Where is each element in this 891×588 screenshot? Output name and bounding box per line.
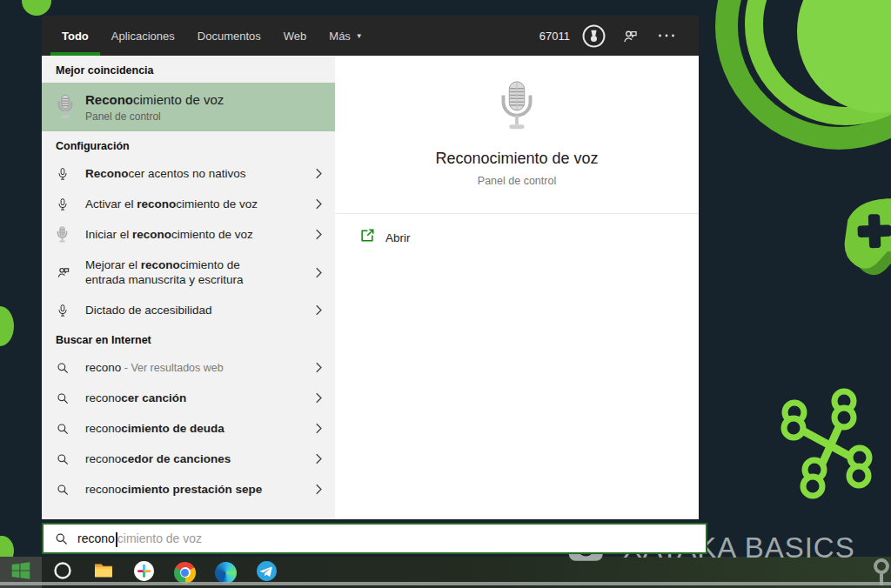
tab-label: Documentos bbox=[198, 30, 261, 43]
search-icon bbox=[56, 483, 85, 497]
open-external-icon bbox=[359, 228, 375, 247]
cortana-icon bbox=[52, 560, 73, 585]
chevron-right-icon bbox=[314, 266, 326, 279]
chevron-right-icon bbox=[314, 391, 326, 404]
chevron-right-icon bbox=[314, 167, 326, 180]
watermark-circuit-node bbox=[872, 558, 891, 588]
gamepad-illustration bbox=[816, 172, 891, 306]
microphone-studio-icon bbox=[496, 80, 538, 137]
microphone-studio-icon bbox=[56, 226, 85, 244]
search-typed-text: recono bbox=[77, 531, 115, 545]
chevron-right-icon bbox=[314, 422, 326, 435]
chevron-down-icon: ▼ bbox=[356, 32, 363, 40]
edge-icon bbox=[215, 562, 237, 584]
rewards-points: 67011 bbox=[539, 30, 570, 43]
search-icon bbox=[54, 531, 69, 546]
search-icon bbox=[56, 452, 85, 466]
result-item[interactable]: Dictado de accesibilidad bbox=[42, 295, 335, 325]
microphone-studio-icon bbox=[56, 94, 85, 120]
search-results: Mejor coincidenciaReconocimiento de vozP… bbox=[42, 56, 699, 519]
chrome-icon bbox=[174, 562, 196, 584]
tab-label: Más bbox=[329, 30, 351, 43]
result-item[interactable]: reconocer canción bbox=[42, 383, 335, 413]
result-item[interactable]: reconocimiento de deuda bbox=[42, 413, 335, 444]
microphone-outline-icon bbox=[56, 302, 85, 319]
result-label: Dictado de accesibilidad bbox=[85, 303, 314, 317]
result-item[interactable]: reconocedor de canciones bbox=[42, 444, 335, 474]
section-title: Configuración bbox=[42, 131, 335, 158]
microphone-outline-icon bbox=[56, 165, 85, 183]
header-tabs: TodoAplicacionesDocumentosWebMás▼ bbox=[50, 16, 374, 56]
feedback-icon[interactable] bbox=[612, 16, 648, 56]
result-label: Mejorar el reconocimiento de entrada man… bbox=[85, 257, 266, 287]
header-actions: 67011 bbox=[539, 16, 699, 56]
chevron-right-icon bbox=[314, 452, 326, 465]
tab-todo[interactable]: Todo bbox=[50, 16, 100, 56]
circuit-nodes-illustration bbox=[766, 381, 879, 524]
microphone-outline-icon bbox=[56, 196, 85, 213]
result-label: reconocedor de canciones bbox=[85, 451, 314, 466]
tab-label: Web bbox=[284, 30, 307, 43]
result-label: reconocer canción bbox=[85, 391, 314, 405]
result-label: Activar el reconocimiento de voz bbox=[85, 197, 314, 211]
result-label: reconocimiento de deuda bbox=[85, 421, 314, 436]
open-action[interactable]: Abrir bbox=[335, 214, 699, 247]
search-window: TodoAplicacionesDocumentosWebMás▼ 67011 bbox=[42, 16, 699, 519]
result-item[interactable]: Iniciar el reconocimiento de voz bbox=[42, 219, 335, 250]
open-action-label: Abrir bbox=[385, 231, 411, 244]
section-title: Buscar en Internet bbox=[42, 325, 335, 352]
preview-title: Reconocimiento de voz bbox=[435, 150, 598, 168]
result-item[interactable]: recono - Ver resultados web bbox=[42, 352, 335, 383]
search-icon bbox=[56, 422, 85, 436]
more-options-icon[interactable] bbox=[648, 16, 685, 56]
person-feedback-icon bbox=[56, 264, 85, 280]
result-label: recono - Ver resultados web bbox=[85, 360, 314, 376]
result-item[interactable]: Activar el reconocimiento de voz bbox=[42, 189, 335, 219]
rewards-medal-icon[interactable] bbox=[575, 16, 612, 56]
tab-documentos[interactable]: Documentos bbox=[186, 16, 272, 56]
tab-web[interactable]: Web bbox=[272, 16, 318, 56]
tab-label: Todo bbox=[62, 30, 89, 43]
result-label: Iniciar el reconocimiento de voz bbox=[85, 227, 314, 242]
wallpaper-circle-shape bbox=[22, 0, 51, 16]
tab-mas[interactable]: Más▼ bbox=[318, 16, 373, 56]
chevron-right-icon bbox=[314, 304, 326, 317]
result-preview-panel: Reconocimiento de voz Panel de control A… bbox=[335, 56, 699, 519]
search-icon bbox=[56, 361, 85, 375]
tab-aplicaciones[interactable]: Aplicaciones bbox=[100, 16, 186, 56]
folder-icon bbox=[92, 560, 115, 585]
desktop: XATAKA BASICS TodoAplicacionesDocumentos… bbox=[0, 0, 891, 588]
chevron-right-icon bbox=[314, 483, 326, 496]
search-icon bbox=[56, 391, 85, 405]
wallpaper-edge-shape bbox=[0, 306, 14, 346]
result-label: Reconocimiento de voz bbox=[85, 92, 326, 108]
result-item[interactable]: Mejorar el reconocimiento de entrada man… bbox=[42, 250, 335, 295]
result-subtitle: Panel de control bbox=[85, 110, 326, 123]
results-list: Mejor coincidenciaReconocimiento de vozP… bbox=[42, 56, 335, 519]
search-header: TodoAplicacionesDocumentosWebMás▼ 67011 bbox=[42, 16, 699, 56]
result-hint: - Ver resultados web bbox=[121, 362, 223, 374]
section-title: Mejor coincidencia bbox=[42, 56, 335, 83]
result-label: reconocimiento prestación sepe bbox=[85, 482, 314, 497]
best-match-result[interactable]: Reconocimiento de vozPanel de control bbox=[42, 83, 335, 131]
tab-label: Aplicaciones bbox=[111, 30, 175, 43]
search-input[interactable]: recono cimiento de voz bbox=[42, 523, 707, 554]
watermark-circuit-line bbox=[0, 582, 891, 585]
result-item[interactable]: reconocimiento prestación sepe bbox=[42, 474, 335, 504]
preview-subtitle: Panel de control bbox=[478, 175, 556, 187]
chevron-right-icon bbox=[314, 197, 326, 210]
chevron-right-icon bbox=[314, 361, 326, 374]
search-suggestion-text: cimiento de voz bbox=[117, 531, 202, 545]
chevron-right-icon bbox=[314, 228, 326, 241]
result-item[interactable]: Reconocer acentos no nativos bbox=[42, 158, 335, 189]
result-label: Reconocer acentos no nativos bbox=[85, 166, 314, 181]
